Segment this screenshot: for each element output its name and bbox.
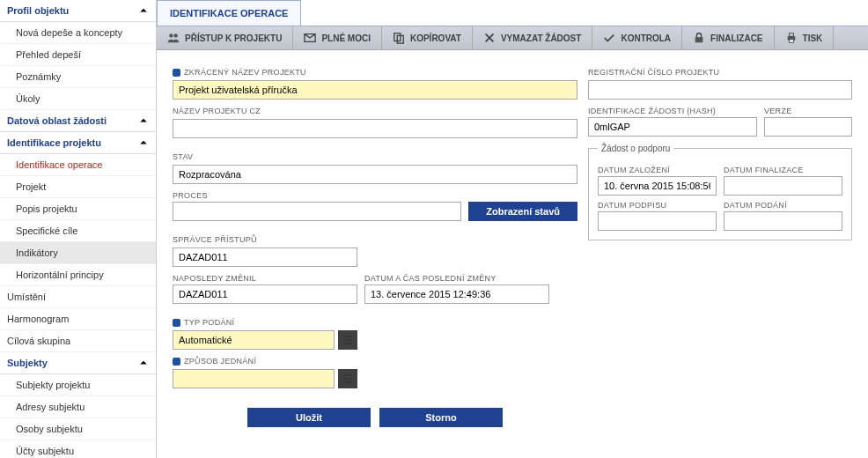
label-verze: VERZE [764,107,852,115]
sidebar-header[interactable]: Datová oblast žádosti [0,110,156,132]
toolbar-vymazat-dost[interactable]: VYMAZAT ŽÁDOST [473,26,592,49]
copy-icon [393,32,405,44]
list-icon [342,373,353,384]
ulozit-button[interactable]: Uložit [247,408,371,427]
x-icon [483,32,496,44]
input-dzal [598,176,717,196]
toolbar-kontrola[interactable]: KONTROLA [592,26,682,49]
sidebar-item[interactable]: Horizontální principy [0,264,156,286]
input-spravce [173,247,357,267]
input-hash [588,117,757,137]
chevron-up-icon [138,115,149,126]
input-typ-podani[interactable] [173,330,335,350]
label-datum-zmeny: DATUM A ČAS POSLEDNÍ ZMĚNY [364,274,549,283]
sidebar-header[interactable]: Subjekty [0,352,156,374]
chevron-up-icon [138,358,149,368]
storno-button[interactable]: Storno [379,408,503,427]
input-dfin [724,176,842,196]
sidebar-item[interactable]: Specifické cíle [0,220,156,242]
sidebar-item[interactable]: Nová depeše a koncepty [0,22,156,44]
input-dpdn [724,211,842,231]
fieldset-zadost: Žádost o podporu DATUM ZALOŽENÍ DATUM FI… [588,144,852,240]
mail-icon [304,32,316,44]
input-reg [588,80,852,100]
sidebar-item[interactable]: Poznámky [0,66,156,88]
toolbar-finalizace[interactable]: FINALIZACE [682,26,774,49]
sidebar-item[interactable]: Subjekty projektu [0,374,156,396]
label-typ-podani: TYP PODÁNÍ [173,318,577,327]
zobrazeni-stavu-button[interactable]: Zobrazení stavů [468,202,577,221]
input-stav [173,165,577,184]
label-dpdn: DATUM PODÁNÍ [724,201,842,210]
sidebar-item[interactable]: Umístění [0,286,156,308]
label-zkraceny-nazev: ZKRÁCENÝ NÁZEV PROJEKTU [173,68,577,77]
lock-icon [693,32,705,44]
sidebar-item[interactable]: Úkoly [0,88,156,110]
tab-bar: IDENTIFIKACE OPERACE [157,0,868,26]
check-icon [603,32,615,44]
input-zkraceny-nazev[interactable] [173,80,577,100]
action-toolbar: PŘÍSTUP K PROJEKTUPLNÉ MOCIKOPÍROVATVYMA… [157,26,868,50]
label-zpusob: ZPŮSOB JEDNÁNÍ [173,357,577,366]
picker-zpusob[interactable] [338,369,357,388]
chevron-up-icon [138,137,149,148]
picker-typ-podani[interactable] [338,330,357,350]
legend-zadost: Žádost o podporu [598,144,673,153]
input-naposledy [173,284,357,304]
input-datum-zmeny [364,284,549,304]
sidebar-item[interactable]: Popis projektu [0,198,156,220]
main-area: IDENTIFIKACE OPERACE PŘÍSTUP K PROJEKTUP… [157,0,868,458]
print-icon [785,32,798,44]
tab-identifikace-operace[interactable]: IDENTIFIKACE OPERACE [157,0,301,26]
label-stav: STAV [173,152,577,161]
label-naposledy: NAPOSLEDY ZMĚNIL [173,274,357,283]
sidebar-item[interactable]: Adresy subjektu [0,396,156,418]
input-nazev-cz[interactable] [173,119,577,138]
toolbar-tisk[interactable]: TISK [775,26,835,49]
label-dfin: DATUM FINALIZACE [724,166,842,174]
label-proces: PROCES [173,191,461,200]
sidebar-item[interactable]: Cílová skupina [0,330,156,352]
input-zpusob[interactable] [173,369,335,388]
label-hash: IDENTIFIKACE ŽÁDOSTI (HASH) [588,107,757,115]
toolbar-p-stup-k-projektu[interactable]: PŘÍSTUP K PROJEKTU [157,26,293,49]
label-dzal: DATUM ZALOŽENÍ [598,166,717,174]
input-proces [173,202,461,221]
sidebar-item[interactable]: Indikátory [0,242,156,264]
label-reg: REGISTRAČNÍ ČÍSLO PROJEKTU [588,68,852,77]
sidebar-header[interactable]: Profil objektu [0,0,156,22]
sidebar-item[interactable]: Účty subjektu [0,440,156,458]
chevron-up-icon [138,5,149,16]
label-spravce: SPRÁVCE PŘÍSTUPŮ [173,235,577,244]
sidebar-header[interactable]: Identifikace projektu [0,132,156,154]
form-content: ZKRÁCENÝ NÁZEV PROJEKTU NÁZEV PROJEKTU C… [157,50,868,458]
input-verze [764,117,852,137]
sidebar: Profil objektuNová depeše a konceptyPřeh… [0,0,157,458]
sidebar-item[interactable]: Identifikace operace [0,154,156,176]
label-nazev-cz: NÁZEV PROJEKTU CZ [173,107,577,115]
toolbar-pln-moci[interactable]: PLNÉ MOCI [293,26,382,49]
sidebar-item[interactable]: Osoby subjektu [0,418,156,440]
sidebar-item[interactable]: Přehled depeší [0,44,156,66]
toolbar-kop-rovat[interactable]: KOPÍROVAT [382,26,473,49]
sidebar-item[interactable]: Harmonogram [0,308,156,330]
label-dpod: DATUM PODPISU [598,201,717,210]
list-icon [342,335,353,345]
sidebar-item[interactable]: Projekt [0,176,156,198]
people-icon [167,32,180,44]
input-dpod [598,211,717,231]
